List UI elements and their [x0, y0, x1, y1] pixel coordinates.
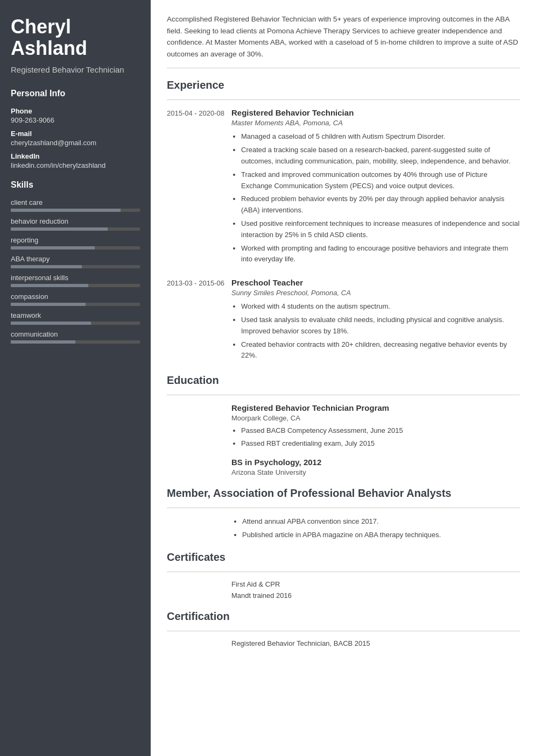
- experience-list: 2015-04 - 2020-08Registered Behavior Tec…: [167, 108, 520, 363]
- edu-school: Arizona State University: [231, 468, 520, 476]
- exp-bullet: Tracked and improved communication outco…: [241, 169, 520, 192]
- certification-heading: Certification: [167, 610, 520, 623]
- experience-item: 2015-04 - 2020-08Registered Behavior Tec…: [167, 108, 520, 267]
- certificates-section: Certificates First Aid & CPRMandt traine…: [167, 551, 520, 600]
- certification-list: Registered Behavior Technician, BACB 201…: [167, 639, 520, 647]
- education-item: BS in Psychology, 2012Arizona State Univ…: [167, 458, 520, 476]
- skill-bar: [11, 227, 108, 231]
- skill-bar-container: [11, 340, 140, 344]
- experience-section: Experience 2015-04 - 2020-08Registered B…: [167, 79, 520, 363]
- education-list: Registered Behavior Technician ProgramMo…: [167, 403, 520, 476]
- exp-bullet: Created behavior contracts with 20+ chil…: [241, 339, 520, 362]
- exp-bullet: Worked with prompting and fading to enco…: [241, 243, 520, 266]
- skill-name: reporting: [11, 236, 140, 244]
- skill-bar: [11, 303, 86, 306]
- exp-bullet: Created a tracking scale based on a rese…: [241, 145, 520, 167]
- exp-bullet: Worked with 4 students on the autism spe…: [241, 301, 520, 312]
- edu-bullet: Passed RBT credentialing exam, July 2015: [241, 438, 520, 450]
- skill-bar: [11, 340, 75, 344]
- linkedin-label: LinkedIn: [11, 152, 140, 160]
- skills-heading: Skills: [11, 180, 140, 192]
- skill-bar-container: [11, 265, 140, 268]
- sidebar: Cheryl Ashland Registered Behavior Techn…: [0, 0, 151, 756]
- exp-content: Preschool TeacherSunny Smiles Preschool,…: [231, 278, 520, 363]
- certification-divider: [167, 631, 520, 631]
- skill-bar: [11, 284, 88, 287]
- education-heading: Education: [167, 374, 520, 387]
- candidate-title: Registered Behavior Technician: [11, 64, 140, 75]
- certification-item: Registered Behavior Technician, BACB 201…: [231, 639, 520, 647]
- personal-info-heading: Personal Info: [11, 89, 140, 101]
- email-value: cherylzashland@gmail.com: [11, 139, 140, 147]
- exp-dates: 2015-04 - 2020-08: [167, 108, 231, 267]
- skill-bar: [11, 322, 91, 325]
- skill-name: interpersonal skills: [11, 274, 140, 282]
- main-content: Accomplished Registered Behavior Technic…: [151, 0, 536, 756]
- edu-bullets: Passed BACB Competency Assessment, June …: [231, 425, 520, 450]
- membership-list: Attend annual APBA convention since 2017…: [167, 516, 520, 541]
- experience-divider: [167, 99, 520, 100]
- skill-name: communication: [11, 330, 140, 338]
- personal-info-section: Personal Info Phone 909-263-9066 E-mail …: [11, 89, 140, 169]
- skill-bar-container: [11, 284, 140, 287]
- certificates-list: First Aid & CPRMandt trained 2016: [167, 580, 520, 600]
- exp-bullet: Reduced problem behavior events by 20% p…: [241, 194, 520, 216]
- edu-school: Moorpark College, CA: [231, 414, 520, 422]
- exp-bullet: Used positive reinforcement techniques t…: [241, 218, 520, 241]
- candidate-name: Cheryl Ashland: [11, 16, 140, 59]
- exp-bullet: Managed a caseload of 5 children with Au…: [241, 131, 520, 142]
- edu-bullet: Passed BACB Competency Assessment, June …: [241, 425, 520, 437]
- education-item: Registered Behavior Technician ProgramMo…: [167, 403, 520, 450]
- certification-section: Certification Registered Behavior Techni…: [167, 610, 520, 647]
- membership-divider: [167, 508, 520, 508]
- skills-list: client carebehavior reductionreportingAB…: [11, 198, 140, 344]
- phone-value: 909-263-9066: [11, 116, 140, 124]
- education-divider: [167, 395, 520, 395]
- certificate-item: Mandt trained 2016: [231, 591, 520, 600]
- membership-section: Member, Association of Professional Beha…: [167, 487, 520, 541]
- certificates-heading: Certificates: [167, 551, 520, 564]
- experience-heading: Experience: [167, 79, 520, 91]
- skill-bar: [11, 246, 95, 249]
- skill-bar: [11, 265, 82, 268]
- skill-name: client care: [11, 198, 140, 206]
- exp-dates: 2013-03 - 2015-06: [167, 278, 231, 363]
- experience-item: 2013-03 - 2015-06Preschool TeacherSunny …: [167, 278, 520, 363]
- edu-degree: BS in Psychology, 2012: [231, 458, 520, 467]
- skill-name: behavior reduction: [11, 217, 140, 225]
- skill-bar-container: [11, 303, 140, 306]
- skill-bar-container: [11, 227, 140, 231]
- certificate-item: First Aid & CPR: [231, 580, 520, 588]
- membership-bullet: Attend annual APBA convention since 2017…: [242, 516, 520, 527]
- email-label: E-mail: [11, 130, 140, 138]
- exp-company: Master Moments ABA, Pomona, CA: [231, 119, 520, 127]
- linkedin-value: linkedin.com/in/cherylzashland: [11, 161, 140, 169]
- skill-name: teamwork: [11, 311, 140, 319]
- skill-bar-container: [11, 209, 140, 212]
- skill-name: ABA therapy: [11, 255, 140, 263]
- exp-job-title: Preschool Teacher: [231, 278, 520, 287]
- membership-heading: Member, Association of Professional Beha…: [167, 487, 520, 500]
- exp-job-title: Registered Behavior Technician: [231, 108, 520, 117]
- skill-bar-container: [11, 322, 140, 325]
- phone-label: Phone: [11, 107, 140, 115]
- edu-degree: Registered Behavior Technician Program: [231, 403, 520, 412]
- exp-bullet: Used task analysis to evaluate child nee…: [241, 315, 520, 337]
- education-section: Education Registered Behavior Technician…: [167, 374, 520, 476]
- skill-bar-container: [11, 246, 140, 249]
- exp-content: Registered Behavior TechnicianMaster Mom…: [231, 108, 520, 267]
- exp-company: Sunny Smiles Preschool, Pomona, CA: [231, 289, 520, 297]
- membership-bullet: Published article in APBA magazine on AB…: [242, 530, 520, 541]
- certificates-divider: [167, 572, 520, 572]
- summary-text: Accomplished Registered Behavior Technic…: [167, 13, 520, 68]
- exp-bullets: Managed a caseload of 5 children with Au…: [231, 131, 520, 265]
- skill-name: compassion: [11, 293, 140, 301]
- exp-bullets: Worked with 4 students on the autism spe…: [231, 301, 520, 361]
- skills-section: Skills client carebehavior reductionrepo…: [11, 180, 140, 344]
- skill-bar: [11, 209, 121, 212]
